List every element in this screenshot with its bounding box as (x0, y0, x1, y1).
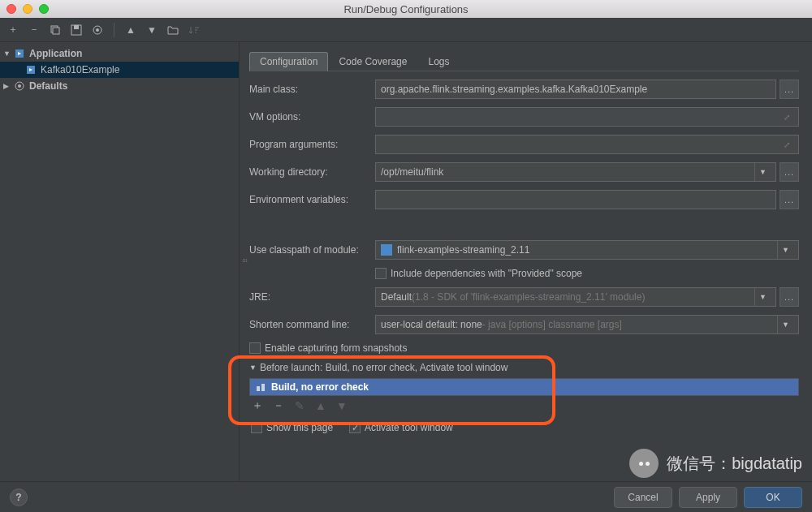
tab-logs[interactable]: Logs (417, 52, 460, 71)
apply-button[interactable]: Apply (679, 487, 737, 508)
before-launch-list[interactable]: Build, no error check (249, 378, 799, 396)
run-config-icon (24, 63, 37, 76)
before-launch-section: ▼ Before launch: Build, no error check, … (249, 362, 799, 433)
bl-down-button[interactable]: ▼ (335, 399, 348, 412)
dropdown-arrow-icon[interactable]: ▼ (777, 316, 793, 333)
ok-button[interactable]: OK (744, 487, 802, 508)
tab-configuration[interactable]: Configuration (249, 52, 328, 71)
dropdown-arrow-icon[interactable]: ▼ (777, 241, 793, 259)
vm-options-label: VM options: (249, 111, 375, 123)
classpath-label: Use classpath of module: (249, 244, 375, 256)
program-args-input[interactable]: ⤢ (375, 135, 799, 154)
env-vars-label: Environment variables: (249, 194, 375, 205)
minimize-window-button[interactable] (23, 4, 32, 14)
before-launch-title: Before launch: Build, no error check, Ac… (260, 362, 508, 373)
cancel-button[interactable]: Cancel (614, 487, 672, 508)
working-dir-label: Working directory: (249, 166, 375, 178)
shorten-dropdown[interactable]: user-local default: none - java [options… (375, 315, 799, 334)
dropdown-arrow-icon[interactable]: ▼ (754, 288, 771, 306)
activate-tool-window-label: Activate tool window (365, 422, 453, 433)
enable-snapshots-label: Enable capturing form snapshots (265, 342, 407, 354)
working-dir-browse-button[interactable]: ... (780, 162, 799, 182)
wechat-icon (629, 449, 659, 478)
expand-arrow-icon: ▶ (3, 82, 13, 90)
jre-label: JRE: (249, 291, 375, 303)
dialog-footer: ? Cancel Apply OK (0, 481, 812, 512)
traffic-lights (6, 4, 49, 14)
copy-config-button[interactable] (47, 22, 63, 38)
tree-node-application[interactable]: ▼ Application (0, 45, 239, 62)
tab-code-coverage[interactable]: Code Coverage (328, 52, 417, 71)
svg-rect-11 (261, 384, 265, 391)
include-provided-label: Include dependencies with "Provided" sco… (391, 268, 582, 279)
titlebar: Run/Debug Configurations (0, 0, 812, 18)
config-tabs: Configuration Code Coverage Logs (249, 52, 799, 71)
svg-rect-3 (74, 25, 79, 29)
bl-edit-button[interactable]: ✎ (293, 399, 306, 412)
tree-label: Application (29, 48, 82, 59)
maximize-window-button[interactable] (39, 4, 49, 14)
tree-node-defaults[interactable]: ▶ Defaults (0, 78, 239, 94)
program-args-label: Program arguments: (249, 139, 375, 150)
before-launch-header[interactable]: ▼ Before launch: Build, no error check, … (249, 362, 799, 373)
sidebar-splitter[interactable]: ⠿ (240, 42, 248, 480)
env-vars-input[interactable] (375, 190, 776, 209)
before-launch-item-label: Build, no error check (271, 381, 369, 393)
svg-rect-1 (53, 28, 59, 34)
env-vars-browse-button[interactable]: ... (780, 190, 799, 209)
dropdown-arrow-icon[interactable]: ▼ (754, 163, 771, 181)
save-config-button[interactable] (68, 22, 84, 38)
classpath-dropdown[interactable]: flink-examples-streaming_2.11▼ (375, 240, 799, 260)
remove-config-button[interactable]: － (26, 22, 42, 38)
jre-dropdown[interactable]: Default (1.8 - SDK of 'flink-examples-st… (375, 287, 776, 307)
shorten-label: Shorten command line: (249, 319, 375, 330)
sort-button[interactable] (186, 22, 202, 38)
bl-up-button[interactable]: ▲ (314, 399, 327, 412)
show-this-page-label: Show this page (266, 422, 333, 433)
expand-arrow-icon: ▼ (3, 49, 13, 58)
defaults-icon (13, 80, 26, 93)
separator (114, 23, 114, 37)
watermark-text: 微信号：bigdatatip (667, 453, 802, 475)
svg-rect-10 (257, 386, 260, 391)
activate-tool-window-checkbox[interactable]: Activate tool window (349, 422, 453, 433)
move-down-button[interactable]: ▼ (144, 22, 160, 38)
bl-remove-button[interactable]: － (272, 399, 285, 412)
vm-options-input[interactable]: ⤢ (375, 107, 799, 127)
help-button[interactable]: ? (10, 488, 28, 506)
close-window-button[interactable] (6, 4, 16, 14)
watermark: 微信号：bigdatatip (629, 449, 802, 478)
main-class-label: Main class: (249, 84, 375, 95)
working-dir-input[interactable]: /opt/meitu/flink▼ (375, 162, 776, 182)
jre-browse-button[interactable]: ... (780, 287, 799, 307)
enable-snapshots-checkbox[interactable]: Enable capturing form snapshots (249, 342, 407, 354)
bl-add-button[interactable]: ＋ (251, 399, 264, 412)
folder-button[interactable] (165, 22, 181, 38)
svg-point-9 (18, 84, 21, 88)
config-tree: ▼ Application Kafka010Example ▶ Defaults (0, 42, 240, 481)
show-this-page-checkbox[interactable]: Show this page (251, 422, 333, 433)
tree-label: Kafka010Example (41, 64, 119, 75)
config-panel: Name: Share Single instance only Configu… (240, 42, 812, 481)
window-title: Run/Debug Configurations (343, 3, 468, 15)
collapse-arrow-icon: ▼ (249, 364, 257, 372)
include-provided-checkbox[interactable]: Include dependencies with "Provided" sco… (375, 268, 582, 279)
edit-defaults-button[interactable] (89, 22, 106, 38)
svg-point-5 (96, 28, 99, 32)
expand-icon[interactable]: ⤢ (780, 136, 793, 153)
before-launch-item[interactable]: Build, no error check (250, 379, 798, 395)
module-icon (381, 244, 392, 256)
main-class-input[interactable]: org.apache.flink.streaming.examples.kafk… (375, 80, 776, 99)
add-config-button[interactable]: ＋ (5, 22, 21, 38)
before-launch-toolbar: ＋ － ✎ ▲ ▼ (249, 396, 799, 415)
build-icon (255, 381, 266, 393)
move-up-button[interactable]: ▲ (123, 22, 139, 38)
tree-label: Defaults (29, 80, 67, 92)
config-toolbar: ＋ － ▲ ▼ (0, 18, 812, 42)
main-class-browse-button[interactable]: ... (780, 80, 799, 99)
application-icon (13, 47, 26, 60)
tree-node-kafka-example[interactable]: Kafka010Example (0, 62, 239, 78)
expand-icon[interactable]: ⤢ (780, 108, 793, 126)
